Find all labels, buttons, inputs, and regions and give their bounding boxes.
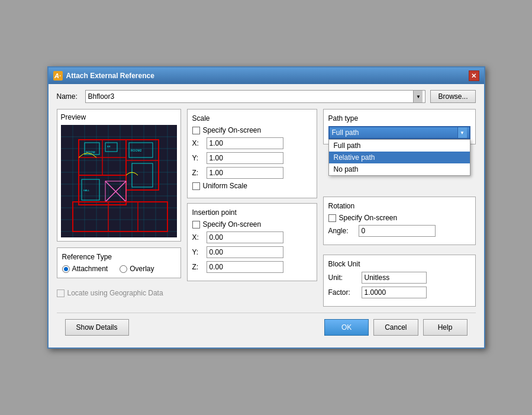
- reference-type-group: Reference Type Attachment Overlay: [57, 247, 181, 278]
- attachment-radio-indicator: [62, 265, 70, 273]
- overlay-radio[interactable]: Overlay: [120, 265, 154, 273]
- rotation-specify-label: Specify On-screen: [339, 214, 398, 222]
- block-unit-title: Block Unit: [328, 260, 470, 268]
- scale-z-label: Z:: [192, 169, 203, 177]
- scale-specify-label: Specify On-screen: [203, 126, 262, 134]
- rotation-specify-row: Specify On-screen: [328, 214, 470, 222]
- insertion-z-label: Z:: [192, 263, 203, 271]
- title-bar-left: A· Attach External Reference: [53, 71, 154, 81]
- dialog-title: Attach External Reference: [66, 72, 154, 80]
- unit-label: Unit:: [328, 274, 358, 282]
- rotation-angle-label: Angle:: [328, 227, 355, 235]
- scale-title: Scale: [192, 114, 312, 123]
- title-bar: A· Attach External Reference ✕: [49, 67, 484, 84]
- scale-x-row: X:: [192, 137, 312, 149]
- insertion-z-row: Z:: [192, 261, 312, 273]
- insertion-specify-label: Specify On-screen: [203, 220, 262, 229]
- attachment-label: Attachment: [72, 265, 108, 273]
- scale-y-row: Y:: [192, 152, 312, 164]
- uniform-scale-checkbox[interactable]: [192, 182, 200, 190]
- path-type-dropdown-menu: Full path Relative path No path: [328, 139, 470, 176]
- name-label: Name:: [57, 92, 80, 101]
- preview-image: ROOM BR HALL ROOM2: [61, 125, 177, 237]
- insertion-x-input[interactable]: [207, 231, 283, 243]
- scale-x-input[interactable]: [207, 137, 283, 149]
- path-type-selected-value: Full path: [332, 128, 359, 137]
- geo-checkbox-row[interactable]: Locate using Geographic Data: [57, 289, 181, 297]
- scale-specify-row: Specify On-screen: [192, 126, 312, 134]
- rotation-title: Rotation: [328, 202, 470, 210]
- attachment-radio[interactable]: Attachment: [62, 265, 108, 273]
- insertion-title: Insertion point: [192, 208, 312, 217]
- scale-z-input[interactable]: [207, 167, 283, 179]
- overlay-radio-indicator: [120, 265, 127, 273]
- app-icon: A·: [53, 71, 63, 81]
- attach-external-reference-dialog: A· Attach External Reference ✕ Name: Bhf…: [47, 66, 485, 349]
- name-combo-value: Bhfloor3: [88, 92, 115, 101]
- factor-value-input[interactable]: [362, 287, 427, 298]
- uniform-scale-label: Uniform Scale: [203, 182, 247, 190]
- preview-group: Preview: [57, 109, 181, 242]
- dropdown-item-no-path[interactable]: No path: [329, 163, 470, 175]
- middle-panel: Scale Specify On-screen X: Y: Z:: [187, 109, 317, 307]
- rotation-group: Rotation Specify On-screen Angle:: [323, 197, 476, 245]
- bottom-bar: Show Details OK Cancel Help: [57, 313, 476, 342]
- insertion-group: Insertion point Specify On-screen X: Y:: [187, 203, 317, 281]
- insertion-y-row: Y:: [192, 246, 312, 258]
- preview-title: Preview: [61, 113, 177, 121]
- insertion-y-input[interactable]: [207, 246, 283, 258]
- scale-group: Scale Specify On-screen X: Y: Z:: [187, 109, 317, 198]
- svg-text:BR: BR: [107, 145, 111, 148]
- scale-y-input[interactable]: [207, 152, 283, 164]
- rotation-angle-input[interactable]: [359, 225, 436, 237]
- close-button[interactable]: ✕: [469, 70, 479, 81]
- factor-row: Factor:: [328, 287, 470, 298]
- insertion-specify-row: Specify On-screen: [192, 220, 312, 229]
- name-combo[interactable]: Bhfloor3 ▼: [85, 90, 426, 103]
- dropdown-item-relative-path[interactable]: Relative path: [329, 152, 470, 163]
- radio-row: Attachment Overlay: [62, 265, 176, 273]
- insertion-y-label: Y:: [192, 248, 203, 256]
- path-type-title: Path type: [328, 114, 470, 123]
- bottom-right-buttons: OK Cancel Help: [324, 319, 467, 336]
- rotation-specify-checkbox[interactable]: [328, 214, 336, 222]
- scale-y-label: Y:: [192, 154, 203, 162]
- ok-button[interactable]: OK: [324, 319, 369, 336]
- rotation-angle-row: Angle:: [328, 225, 470, 237]
- insertion-z-input[interactable]: [207, 261, 283, 273]
- svg-text:ROOM2: ROOM2: [131, 149, 142, 152]
- scale-specify-checkbox[interactable]: [192, 127, 200, 134]
- overlay-label: Overlay: [130, 265, 154, 273]
- scale-x-label: X:: [192, 139, 203, 147]
- path-type-group: Path type Full path ▼ Full path Relative…: [323, 109, 476, 144]
- factor-label: Factor:: [328, 288, 358, 297]
- svg-text:HALL: HALL: [83, 189, 90, 192]
- dropdown-item-full-path[interactable]: Full path: [329, 140, 470, 152]
- dialog-body: Name: Bhfloor3 ▼ Browse... Preview: [49, 84, 484, 348]
- browse-button[interactable]: Browse...: [430, 90, 475, 103]
- left-panel: Preview: [57, 109, 181, 307]
- insertion-x-row: X:: [192, 231, 312, 243]
- name-row: Name: Bhfloor3 ▼ Browse...: [57, 90, 476, 103]
- block-unit-group: Block Unit Unit: Factor:: [323, 255, 476, 307]
- insertion-specify-checkbox[interactable]: [192, 221, 200, 229]
- main-content: Preview: [57, 109, 476, 307]
- geo-checkbox-box: [57, 289, 65, 297]
- insertion-x-label: X:: [192, 233, 203, 242]
- show-details-button[interactable]: Show Details: [65, 319, 129, 336]
- combo-arrow-icon[interactable]: ▼: [413, 91, 423, 102]
- unit-row: Unit:: [328, 272, 470, 284]
- unit-value-input[interactable]: [362, 272, 427, 284]
- uniform-scale-row: Uniform Scale: [192, 182, 312, 190]
- dropdown-arrow-icon: ▼: [457, 127, 467, 138]
- path-type-dropdown-container: Full path ▼ Full path Relative path No p…: [328, 126, 470, 139]
- cad-preview-svg: ROOM BR HALL ROOM2: [61, 125, 177, 237]
- right-panel: Path type Full path ▼ Full path Relative…: [323, 109, 476, 307]
- scale-z-row: Z:: [192, 167, 312, 179]
- reference-type-title: Reference Type: [62, 253, 176, 261]
- path-type-dropdown[interactable]: Full path ▼: [328, 126, 470, 139]
- help-button[interactable]: Help: [423, 319, 467, 336]
- cancel-button[interactable]: Cancel: [373, 319, 418, 336]
- geo-checkbox-label: Locate using Geographic Data: [67, 289, 163, 297]
